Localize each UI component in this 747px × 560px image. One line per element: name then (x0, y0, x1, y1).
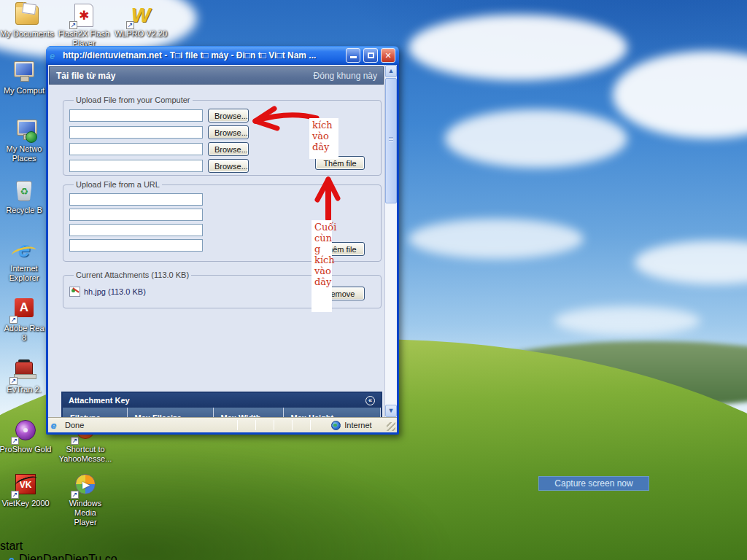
browse-button-4[interactable]: Browse... (208, 159, 249, 173)
cloud (409, 219, 584, 259)
done-icon: e (51, 420, 61, 431)
window-titlebar[interactable]: e http://dientuvietnam.net - T□i file t□… (46, 46, 399, 65)
col-max-height: Max Height (283, 408, 381, 417)
my-computer-icon (11, 60, 37, 85)
close-button[interactable]: ✕ (381, 48, 395, 63)
my-network-places-icon (11, 118, 37, 143)
red-arrow-up (312, 174, 345, 222)
adobe-reader-icon: A↗ (11, 298, 37, 322)
desktop-icon-flash2x[interactable]: ↗ Flash2X Flash Player (57, 3, 111, 48)
minimize-button[interactable] (346, 48, 360, 63)
col-max-width: Max Width (213, 408, 283, 417)
desktop: My Documents ↗ Flash2X Flash Player W↗ W… (0, 0, 747, 560)
taskbar-item-diendandientu[interactable]: eDienDanDienTu.co... (9, 553, 747, 560)
upload-url-legend: Upload File from a URL (74, 180, 162, 189)
ie-icon: e (9, 554, 19, 560)
attachment-key-table: Attachment Key « Filetype Max Filesize M… (61, 392, 382, 417)
desktop-icon-internet-explorer[interactable]: e Internet Explorer (0, 238, 51, 283)
maximize-button[interactable] (363, 48, 378, 63)
browse-button-2[interactable]: Browse... (208, 125, 249, 139)
scrollbar-track[interactable] (385, 204, 397, 405)
attachment-key-title: Attachment Key (69, 396, 365, 405)
status-bar: e Done Internet (48, 417, 397, 432)
current-attachments-legend: Current Attachments (113.0 KB) (74, 271, 191, 279)
url-input-1[interactable] (69, 193, 203, 206)
desktop-icon-windows-media-player[interactable]: ▶↗ Windows Media Player (58, 472, 112, 527)
cloud (409, 15, 627, 80)
url-input-3[interactable] (69, 224, 203, 236)
internet-zone-icon (331, 421, 341, 430)
vertical-scrollbar[interactable]: ▲ ▼ (384, 65, 397, 417)
file-input-2[interactable] (69, 126, 203, 139)
col-filetype: Filetype (63, 408, 127, 417)
internet-zone-label: Internet (344, 421, 371, 429)
desktop-icon-proshow-gold[interactable]: ↗ ProShow Gold (0, 419, 53, 454)
taskbar: start eDienDanDienTu.co... eĐiện tử Việt… (0, 540, 747, 560)
annotation-finally-click-here: Cuối cùn g kích vào đây (311, 220, 332, 312)
frame-header: Tải file từ máy Đóng khung này (49, 66, 384, 85)
flash2x-icon: ↗ (71, 3, 97, 28)
recycle-bin-icon: ♻ (11, 179, 37, 204)
desktop-icon-my-network-places[interactable]: My Netwo Places (0, 118, 51, 163)
browse-button-3[interactable]: Browse... (208, 142, 249, 156)
cloud (445, 109, 627, 168)
desktop-icon-recycle-bin[interactable]: ♻ Recycle B (0, 179, 51, 215)
windows-media-player-icon: ▶↗ (72, 472, 98, 497)
cloud (554, 306, 700, 335)
image-file-icon (69, 287, 80, 297)
desktop-icon-adobe-reader[interactable]: A↗ Adobe Rea 8 (0, 298, 51, 343)
scrollbar-thumb[interactable] (385, 78, 397, 203)
upload-computer-legend: Upload File from your Computer (74, 96, 193, 104)
my-documents-icon (14, 3, 40, 28)
scroll-up-arrow[interactable]: ▲ (385, 65, 397, 77)
ie-icon: e (50, 50, 60, 61)
annotation-click-here: kích vào đây (309, 118, 338, 159)
desktop-icon-my-computer[interactable]: My Comput (0, 60, 51, 96)
collapse-icon[interactable]: « (365, 396, 375, 405)
status-text: Done (65, 421, 84, 429)
window-title: http://dientuvietnam.net - T□i file t□ m… (63, 50, 343, 61)
desktop-icon-vietkey[interactable]: VK↗ VietKey 2000 (0, 472, 53, 508)
scroll-down-arrow[interactable]: ▼ (385, 405, 397, 417)
proshow-gold-icon: ↗ (12, 419, 39, 443)
browse-button-1[interactable]: Browse... (208, 109, 249, 122)
vietkey-icon: VK↗ (12, 472, 39, 497)
start-button[interactable]: start (0, 540, 747, 553)
desktop-icon-my-documents[interactable]: My Documents (0, 3, 54, 39)
resize-grip[interactable] (387, 422, 395, 431)
current-attachments-fieldset: Current Attachments (113.0 KB) hh.jpg (1… (63, 271, 382, 308)
url-input-2[interactable] (69, 209, 203, 221)
wlpro-icon: W↗ (128, 3, 154, 28)
capture-screen-button[interactable]: Capture screen now (538, 476, 649, 491)
internet-explorer-icon: e (11, 238, 37, 262)
url-input-4[interactable] (69, 239, 203, 252)
frame-title: Tải file từ máy (50, 71, 314, 81)
desktop-icon-evtran[interactable]: ↗ EvTran 2. (0, 359, 51, 394)
col-max-filesize: Max Filesize (127, 408, 213, 417)
evtran-icon: ↗ (11, 359, 37, 384)
desktop-icon-wlpro[interactable]: W↗ WLPRO V2.20 (114, 3, 168, 39)
close-frame-link[interactable]: Đóng khung này (314, 71, 383, 81)
file-input-3[interactable] (69, 143, 203, 155)
file-input-4[interactable] (69, 160, 203, 172)
upload-dialog-window: e http://dientuvietnam.net - T□i file t□… (46, 46, 399, 435)
attachment-file-link[interactable]: hh.jpg (113.0 KB) (84, 287, 146, 296)
file-input-1[interactable] (69, 109, 203, 122)
